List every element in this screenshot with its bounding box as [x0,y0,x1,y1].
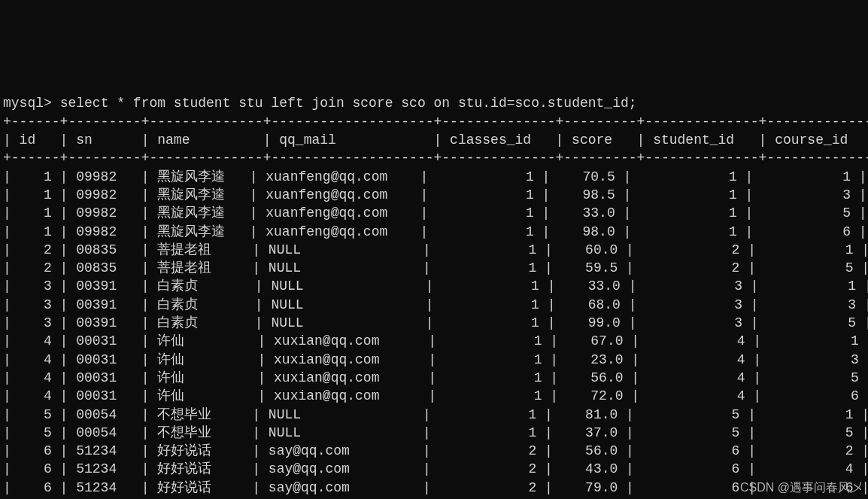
watermark: CSDN @遇事问春风乄 [740,479,862,496]
mysql-prompt[interactable]: mysql> [3,96,52,111]
table-border-top: +------+---------+--------------+-------… [3,114,868,129]
table-body: | 1 | 09982 | 黑旋风李逵 | xuanfeng@qq.com | … [3,169,868,499]
table-header-row: | id | sn | name | qq_mail | classes_id … [3,132,868,148]
sql-query: select * from student stu left join scor… [60,96,637,111]
table-border-mid: +------+---------+--------------+-------… [3,151,868,166]
terminal-output: mysql> select * from student stu left jo… [3,76,868,499]
